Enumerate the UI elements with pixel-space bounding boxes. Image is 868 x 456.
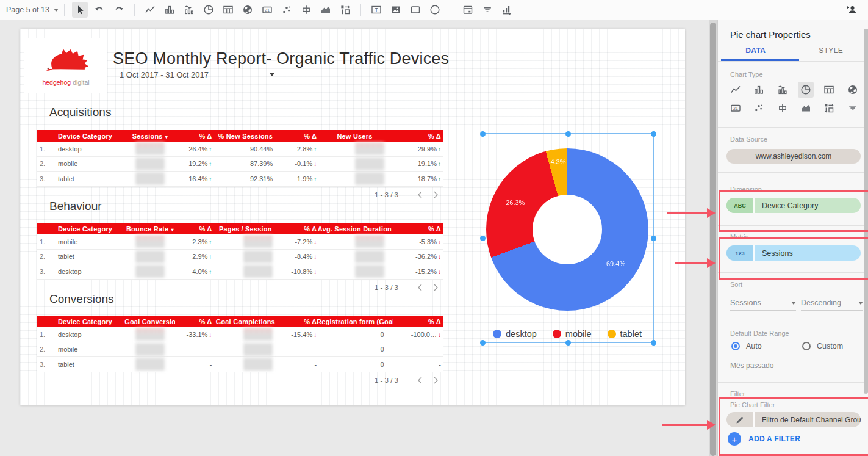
acquisitions-table[interactable]: Device CategorySessions▾% Δ% New Session… bbox=[37, 130, 443, 203]
metric-field-pill[interactable]: 123 Sessions bbox=[726, 245, 861, 261]
data-control-icon[interactable] bbox=[499, 2, 515, 18]
table-row[interactable]: 3.tablet16.4%↑92.31%1.9%↑18.7%↑ bbox=[37, 172, 443, 187]
column-header[interactable]: Goal Completions bbox=[212, 318, 279, 325]
selection-handle[interactable] bbox=[565, 340, 571, 346]
column-header[interactable]: Device Category bbox=[54, 318, 124, 325]
text-tool-icon[interactable]: T bbox=[368, 2, 384, 18]
page-selector[interactable]: Page 5 of 13 bbox=[6, 5, 59, 14]
selection-handle[interactable] bbox=[651, 131, 656, 137]
selection-handle[interactable] bbox=[480, 131, 486, 137]
selection-handle[interactable] bbox=[480, 236, 486, 241]
geo-chart-icon[interactable] bbox=[845, 82, 861, 98]
rect-tool-icon[interactable] bbox=[407, 2, 423, 18]
bullet-chart-icon[interactable] bbox=[775, 100, 791, 116]
pagination-next-button[interactable] bbox=[428, 375, 443, 386]
column-header[interactable]: % Δ bbox=[279, 318, 317, 325]
column-header[interactable]: New Users bbox=[317, 132, 393, 140]
pencil-icon[interactable] bbox=[726, 412, 755, 427]
circle-tool-icon[interactable] bbox=[427, 2, 443, 18]
column-header[interactable]: % Δ bbox=[393, 318, 443, 325]
date-range-auto-radio[interactable]: Auto bbox=[731, 342, 762, 350]
column-header[interactable]: Goal Conversion Rate - bbox=[124, 318, 175, 325]
sort-order-dropdown[interactable]: Descending bbox=[801, 295, 863, 311]
column-header[interactable]: Device Category bbox=[54, 225, 124, 233]
date-range-control[interactable]: 1 Oct 2017 - 31 Oct 2017 bbox=[120, 70, 274, 79]
pie-chart-icon[interactable] bbox=[798, 82, 814, 98]
table-row[interactable]: 2.tablet2.9%↑-8.4%↓-36.2%↓ bbox=[37, 250, 443, 265]
column-header[interactable]: Avg. Session Duration bbox=[317, 225, 393, 233]
table-chart-icon[interactable] bbox=[220, 2, 236, 18]
column-header[interactable]: Sessions▾ bbox=[124, 132, 175, 140]
column-header[interactable]: Registration form (Goal 3… bbox=[317, 318, 393, 325]
column-header[interactable]: Device Category bbox=[54, 132, 124, 140]
tab-style[interactable]: STYLE bbox=[794, 40, 868, 60]
pagination-next-button[interactable] bbox=[428, 282, 443, 293]
tab-data[interactable]: DATA bbox=[718, 40, 794, 60]
column-header[interactable]: % Δ bbox=[175, 132, 212, 140]
line-chart-icon[interactable] bbox=[142, 2, 158, 18]
legend-item-desktop[interactable]: desktop bbox=[493, 329, 537, 339]
combo-chart-icon[interactable] bbox=[775, 82, 791, 98]
sort-field-dropdown[interactable]: Sessions bbox=[730, 295, 796, 311]
pagination-prev-button[interactable] bbox=[412, 375, 428, 386]
column-header[interactable]: % New Sessions bbox=[212, 132, 279, 140]
bullet-chart-icon[interactable] bbox=[298, 2, 314, 18]
pivot-table-icon[interactable] bbox=[337, 2, 353, 18]
table-row[interactable]: 1.mobile2.3%↑-7.2%↓-5.3%↓ bbox=[37, 234, 443, 250]
pivot-table-icon[interactable] bbox=[821, 100, 837, 116]
combo-chart-icon[interactable] bbox=[181, 2, 197, 18]
date-control-icon[interactable] bbox=[460, 2, 476, 18]
table-chart-icon[interactable] bbox=[821, 82, 837, 98]
scatter-chart-icon[interactable] bbox=[279, 2, 295, 18]
legend-item-mobile[interactable]: mobile bbox=[553, 329, 592, 339]
column-header[interactable]: % Δ bbox=[393, 225, 443, 233]
table-row[interactable]: 2.mobile--0- bbox=[37, 342, 443, 358]
pagination-prev-button[interactable] bbox=[412, 189, 428, 200]
pagination-next-button[interactable] bbox=[428, 189, 443, 200]
add-filter-button[interactable]: + ADD A FILTER bbox=[728, 432, 800, 446]
pie-chart-icon[interactable] bbox=[201, 2, 217, 18]
column-header[interactable]: Bounce Rate▾ bbox=[124, 225, 175, 233]
table-row[interactable]: 2.mobile19.2%↑87.39%-0.1%↓19.1%↑ bbox=[37, 157, 443, 172]
canvas-scrollbar[interactable] bbox=[709, 20, 717, 456]
scorecard-icon[interactable]: 21 bbox=[728, 100, 744, 116]
donut-chart[interactable]: 69.4%26.3%4.3% bbox=[486, 148, 648, 311]
panel-scrollbar-thumb[interactable] bbox=[864, 29, 868, 394]
area-chart-icon[interactable] bbox=[798, 100, 814, 116]
behaviour-table[interactable]: Device CategoryBounce Rate▾% ΔPages / Se… bbox=[37, 223, 443, 295]
scorecard-icon[interactable]: 21 bbox=[259, 2, 275, 18]
scatter-chart-icon[interactable] bbox=[751, 100, 767, 116]
geo-chart-icon[interactable] bbox=[240, 2, 256, 18]
redo-icon[interactable] bbox=[111, 2, 127, 18]
column-header[interactable]: % Δ bbox=[279, 225, 317, 233]
selection-handle[interactable] bbox=[480, 340, 486, 346]
undo-icon[interactable] bbox=[91, 2, 107, 18]
data-source-pill[interactable]: www.ashleyedison.com bbox=[726, 149, 861, 164]
selection-handle[interactable] bbox=[651, 340, 656, 346]
selection-handle[interactable] bbox=[565, 131, 571, 137]
canvas-scrollbar-thumb[interactable] bbox=[710, 23, 716, 456]
bar-chart-icon[interactable] bbox=[162, 2, 178, 18]
bar-chart-icon[interactable] bbox=[751, 82, 767, 98]
table-row[interactable]: 3.desktop4.0%↑-10.8%↓-15.2%↓ bbox=[37, 264, 443, 280]
column-header[interactable]: % Δ bbox=[175, 225, 212, 233]
dimension-field-pill[interactable]: ABC Device Category bbox=[726, 198, 861, 213]
report-canvas[interactable]: hedgehogdigital SEO Monthly Report- Orga… bbox=[20, 29, 685, 405]
image-tool-icon[interactable] bbox=[388, 2, 404, 18]
legend-item-tablet[interactable]: tablet bbox=[608, 329, 642, 339]
selection-handle[interactable] bbox=[651, 236, 656, 241]
column-header[interactable]: % Δ bbox=[393, 132, 443, 140]
column-header[interactable]: % Δ bbox=[279, 132, 317, 140]
date-range-custom-radio[interactable]: Custom bbox=[802, 342, 843, 350]
table-row[interactable]: 1.desktop-33.1%↓-15.4%↓0-100.0…↓ bbox=[37, 327, 443, 342]
filter-control-icon[interactable] bbox=[845, 100, 861, 116]
column-header[interactable]: % Δ bbox=[175, 318, 212, 325]
conversions-table[interactable]: Device CategoryGoal Conversion Rate -% Δ… bbox=[37, 316, 443, 388]
line-chart-icon[interactable] bbox=[728, 82, 744, 98]
table-row[interactable]: 3.tablet--0- bbox=[37, 357, 443, 372]
select-tool-icon[interactable] bbox=[72, 2, 88, 18]
pagination-prev-button[interactable] bbox=[412, 282, 428, 293]
person-add-icon[interactable] bbox=[844, 2, 859, 18]
table-row[interactable]: 1.desktop26.4%↑90.44%2.8%↑29.9%↑ bbox=[37, 142, 443, 157]
column-header[interactable]: Pages / Session bbox=[212, 225, 279, 233]
